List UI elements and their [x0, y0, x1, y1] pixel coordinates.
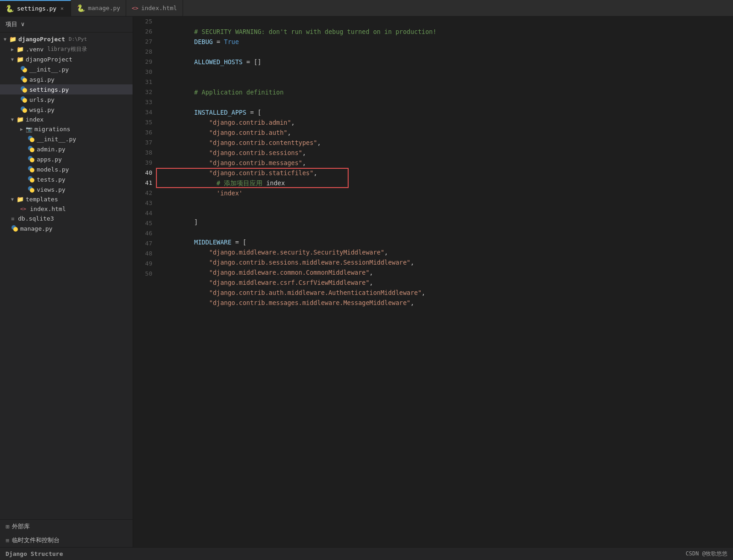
sidebar-item-manage[interactable]: manage.py	[0, 223, 133, 233]
code-line-44: MIDDLEWARE = [	[157, 227, 724, 237]
tab-manage[interactable]: 🐍 manage.py	[71, 0, 126, 16]
chevron-down-icon-index: ▼	[11, 117, 14, 122]
sidebar-item-templates[interactable]: ▼ 📁 templates	[0, 194, 133, 204]
python-icon-index-init	[28, 135, 35, 143]
folder-icon-venv: 📁	[17, 46, 24, 53]
folder-icon-root: 📁	[9, 36, 17, 43]
code-line-25: # SECURITY WARNING: don't run with debug…	[157, 17, 724, 27]
db-label: db.sqlite3	[18, 215, 54, 222]
svg-point-9	[22, 98, 27, 103]
camera-icon-migrations: 📷	[26, 126, 33, 133]
sidebar-item-venv[interactable]: ▶ 📁 .venv library根目录	[0, 44, 133, 55]
list-icon: ≡	[6, 537, 9, 544]
apps-label: apps.py	[37, 156, 62, 163]
db-icon: ≡	[11, 216, 14, 222]
index-init-label: __init__.py	[37, 136, 76, 143]
venv-suffix: library根目录	[47, 45, 87, 53]
tab-settings-label: settings.py	[17, 5, 56, 12]
svg-point-23	[30, 188, 34, 193]
python-icon-models	[28, 166, 35, 173]
svg-point-7	[22, 88, 27, 93]
sidebar-item-asgi[interactable]: asgi.py	[0, 74, 133, 84]
settings-label: settings.py	[29, 86, 69, 93]
sidebar-item-admin[interactable]: admin.py	[0, 144, 133, 154]
sidebar-item-index-folder[interactable]: ▼ 📁 index	[0, 115, 133, 124]
folder-icon-index: 📁	[17, 116, 24, 123]
manage-label: manage.py	[20, 225, 52, 232]
tab-bar: 🐍 settings.py ✕ 🐍 manage.py <> index.htm…	[0, 0, 733, 17]
sidebar-item-db[interactable]: ≡ db.sqlite3	[0, 214, 133, 223]
python-icon-settings: 🐍	[6, 5, 14, 13]
python-icon-views	[28, 186, 35, 193]
svg-point-15	[30, 148, 34, 152]
python-icon-urls	[20, 96, 28, 103]
admin-label: admin.py	[37, 146, 66, 153]
code-lines: # SECURITY WARNING: don't run with debug…	[157, 17, 733, 547]
code-line-42: ]	[157, 207, 724, 217]
sidebar-item-wsgi[interactable]: wsgi.py	[0, 105, 133, 115]
tests-label: tests.py	[37, 176, 66, 183]
tab-manage-label: manage.py	[88, 5, 120, 11]
index-folder-label: index	[26, 116, 44, 123]
sidebar-item-urls[interactable]: urls.py	[0, 94, 133, 105]
chevron-right-icon-venv: ▶	[11, 47, 14, 52]
djangoproject-inner-label: djangoProject	[26, 56, 72, 63]
sidebar-item-settings[interactable]: settings.py	[0, 84, 133, 94]
python-icon-wsgi	[20, 106, 28, 113]
migrations-label: migrations	[34, 126, 70, 133]
sidebar-item-index-init[interactable]: __init__.py	[0, 134, 133, 144]
djangoproject-root-path: D:\Pyt	[69, 36, 87, 42]
python-icon-admin	[28, 145, 35, 153]
code-container[interactable]: 25 26 27 28 29 30 31 32 33 34 35 36 37 3…	[133, 17, 733, 547]
wsgi-label: wsgi.py	[29, 106, 55, 113]
sidebar-item-external-libs[interactable]: ⊞ 外部库	[0, 520, 133, 533]
html-icon-tab: <>	[132, 5, 138, 11]
bottom-bar-right: CSDN @牧歌悠悠	[686, 550, 727, 558]
folder-icon-inner: 📁	[17, 56, 24, 63]
code-line-30	[157, 67, 724, 77]
djangoproject-root-label: djangoProject	[18, 36, 65, 43]
templates-index-label: index.html	[30, 205, 66, 212]
chevron-down-icon-inner: ▼	[11, 57, 14, 62]
urls-label: urls.py	[29, 96, 55, 103]
sidebar-tree: ▼ 📁 djangoProject D:\Pyt ▶ 📁 .venv libra…	[0, 33, 133, 519]
folder-icon-templates: 📁	[17, 196, 24, 203]
sidebar-item-tests[interactable]: tests.py	[0, 174, 133, 184]
sidebar-item-init[interactable]: __init__.py	[0, 64, 133, 74]
sidebar-item-djangoproject-root[interactable]: ▼ 📁 djangoProject D:\Pyt	[0, 34, 133, 44]
python-icon-manage: 🐍	[77, 4, 85, 12]
views-label: views.py	[37, 186, 66, 193]
chevron-down-icon-templates: ▼	[11, 197, 14, 202]
sidebar-item-djangoproject-inner[interactable]: ▼ 📁 djangoProject	[0, 55, 133, 64]
html-icon-templates: <>	[20, 206, 26, 212]
code-line-31: # Application definition	[157, 77, 724, 87]
svg-point-13	[30, 138, 34, 142]
python-icon-asgi	[20, 76, 28, 83]
sidebar-title: 项目 ∨	[6, 20, 25, 28]
code-line-27	[157, 37, 724, 47]
sidebar: 项目 ∨ ▼ 📁 djangoProject D:\Pyt ▶ 📁 .venv …	[0, 17, 133, 547]
bottom-bar-left: Django Structure	[6, 550, 63, 557]
tab-index-label: index.html	[141, 5, 177, 11]
editor-area: 25 26 27 28 29 30 31 32 33 34 35 36 37 3…	[133, 17, 733, 547]
models-label: models.py	[37, 166, 69, 173]
python-icon-init	[20, 66, 28, 73]
sidebar-item-views[interactable]: views.py	[0, 184, 133, 194]
python-icon-manage	[11, 225, 18, 232]
svg-point-11	[22, 108, 27, 113]
sidebar-bottom: ⊞ 外部库 ≡ 临时文件和控制台	[0, 519, 133, 547]
grid-icon: ⊞	[6, 523, 9, 530]
sidebar-item-templates-index[interactable]: <> index.html	[0, 204, 133, 214]
sidebar-item-apps[interactable]: apps.py	[0, 154, 133, 164]
svg-point-25	[13, 227, 18, 232]
sidebar-item-migrations[interactable]: ▶ 📷 migrations	[0, 124, 133, 134]
asgi-label: asgi.py	[29, 76, 55, 83]
venv-label: .venv	[26, 46, 44, 53]
tab-close-settings[interactable]: ✕	[59, 5, 65, 12]
tab-settings[interactable]: 🐍 settings.py ✕	[0, 0, 71, 16]
chevron-down-icon: ▼	[4, 37, 6, 42]
sidebar-item-models[interactable]: models.py	[0, 164, 133, 174]
sidebar-item-temp-files[interactable]: ≡ 临时文件和控制台	[0, 533, 133, 547]
tab-index-html[interactable]: <> index.html	[126, 0, 183, 16]
sidebar-header[interactable]: 项目 ∨	[0, 17, 133, 33]
